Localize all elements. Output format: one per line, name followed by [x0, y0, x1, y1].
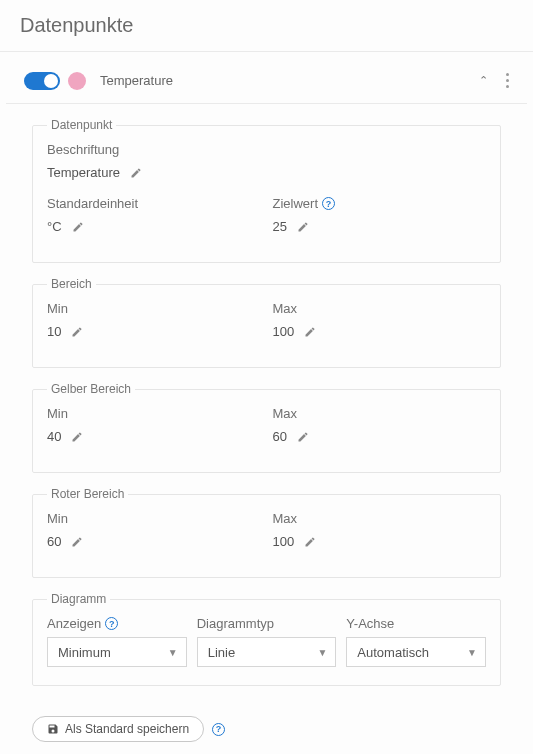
- save-default-label: Als Standard speichern: [65, 722, 189, 736]
- value-beschriftung: Temperature: [47, 165, 120, 180]
- field-bereich-max: Max 100: [273, 301, 487, 339]
- value-bereich-max: 100: [273, 324, 295, 339]
- field-standardeinheit: Standardeinheit °C: [47, 196, 261, 234]
- footer-actions: Als Standard speichern ?: [6, 696, 527, 748]
- field-yachse: Y-Achse Automatisch ▼: [346, 616, 486, 667]
- value-gelb-min: 40: [47, 429, 61, 444]
- enable-toggle[interactable]: [24, 72, 60, 90]
- select-anzeigen[interactable]: Minimum ▼: [47, 637, 187, 667]
- value-standardeinheit: °C: [47, 219, 62, 234]
- field-bereich-min: Min 10: [47, 301, 261, 339]
- pencil-icon[interactable]: [297, 221, 309, 233]
- pencil-icon[interactable]: [71, 431, 83, 443]
- pencil-icon[interactable]: [297, 431, 309, 443]
- panel-header: Temperature ⌃: [6, 62, 527, 104]
- section-datenpunkt: Datenpunkt Beschriftung Temperature Stan…: [32, 118, 501, 263]
- label-diagrammtyp: Diagrammtyp: [197, 616, 337, 631]
- caret-down-icon: ▼: [467, 647, 477, 658]
- select-diagrammtyp-value: Linie: [208, 645, 235, 660]
- label-min: Min: [47, 511, 261, 526]
- field-gelb-max: Max 60: [273, 406, 487, 444]
- field-diagrammtyp: Diagrammtyp Linie ▼: [197, 616, 337, 667]
- section-bereich: Bereich Min 10 Max 100: [32, 277, 501, 368]
- help-icon[interactable]: ?: [105, 617, 118, 630]
- panel-body: Datenpunkt Beschriftung Temperature Stan…: [6, 118, 527, 696]
- label-min: Min: [47, 406, 261, 421]
- help-icon[interactable]: ?: [322, 197, 335, 210]
- select-anzeigen-value: Minimum: [58, 645, 111, 660]
- label-anzeigen: Anzeigen ?: [47, 616, 187, 631]
- section-roter-bereich: Roter Bereich Min 60 Max 100: [32, 487, 501, 578]
- field-gelb-min: Min 40: [47, 406, 261, 444]
- pencil-icon[interactable]: [130, 167, 142, 179]
- field-anzeigen: Anzeigen ? Minimum ▼: [47, 616, 187, 667]
- label-min: Min: [47, 301, 261, 316]
- field-rot-max: Max 100: [273, 511, 487, 549]
- collapse-icon[interactable]: ⌃: [469, 68, 498, 93]
- value-bereich-min: 10: [47, 324, 61, 339]
- save-icon: [47, 723, 59, 735]
- caret-down-icon: ▼: [168, 647, 178, 658]
- label-anzeigen-text: Anzeigen: [47, 616, 101, 631]
- pencil-icon[interactable]: [304, 326, 316, 338]
- color-picker-dot[interactable]: [68, 72, 86, 90]
- datapoint-panel: Temperature ⌃ Datenpunkt Beschriftung Te…: [0, 52, 533, 754]
- value-rot-min: 60: [47, 534, 61, 549]
- save-default-button[interactable]: Als Standard speichern: [32, 716, 204, 742]
- section-legend: Gelber Bereich: [47, 382, 135, 396]
- panel-title: Temperature: [100, 73, 469, 88]
- kebab-menu-icon[interactable]: [498, 69, 517, 92]
- value-gelb-max: 60: [273, 429, 287, 444]
- value-zielwert: 25: [273, 219, 287, 234]
- field-zielwert: Zielwert ? 25: [273, 196, 487, 234]
- section-gelber-bereich: Gelber Bereich Min 40 Max 60: [32, 382, 501, 473]
- section-legend: Bereich: [47, 277, 96, 291]
- page-title: Datenpunkte: [0, 0, 533, 52]
- section-legend: Roter Bereich: [47, 487, 128, 501]
- pencil-icon[interactable]: [71, 536, 83, 548]
- label-yachse: Y-Achse: [346, 616, 486, 631]
- section-legend: Datenpunkt: [47, 118, 116, 132]
- pencil-icon[interactable]: [71, 326, 83, 338]
- label-max: Max: [273, 301, 487, 316]
- label-zielwert: Zielwert ?: [273, 196, 487, 211]
- select-yachse-value: Automatisch: [357, 645, 429, 660]
- label-max: Max: [273, 406, 487, 421]
- select-diagrammtyp[interactable]: Linie ▼: [197, 637, 337, 667]
- value-rot-max: 100: [273, 534, 295, 549]
- section-diagramm: Diagramm Anzeigen ? Minimum ▼ Diagrammty…: [32, 592, 501, 686]
- caret-down-icon: ▼: [317, 647, 327, 658]
- section-legend: Diagramm: [47, 592, 110, 606]
- label-standardeinheit: Standardeinheit: [47, 196, 261, 211]
- field-beschriftung: Beschriftung Temperature: [47, 142, 486, 180]
- help-icon[interactable]: ?: [212, 723, 225, 736]
- label-beschriftung: Beschriftung: [47, 142, 486, 157]
- label-max: Max: [273, 511, 487, 526]
- field-rot-min: Min 60: [47, 511, 261, 549]
- select-yachse[interactable]: Automatisch ▼: [346, 637, 486, 667]
- pencil-icon[interactable]: [72, 221, 84, 233]
- pencil-icon[interactable]: [304, 536, 316, 548]
- label-zielwert-text: Zielwert: [273, 196, 319, 211]
